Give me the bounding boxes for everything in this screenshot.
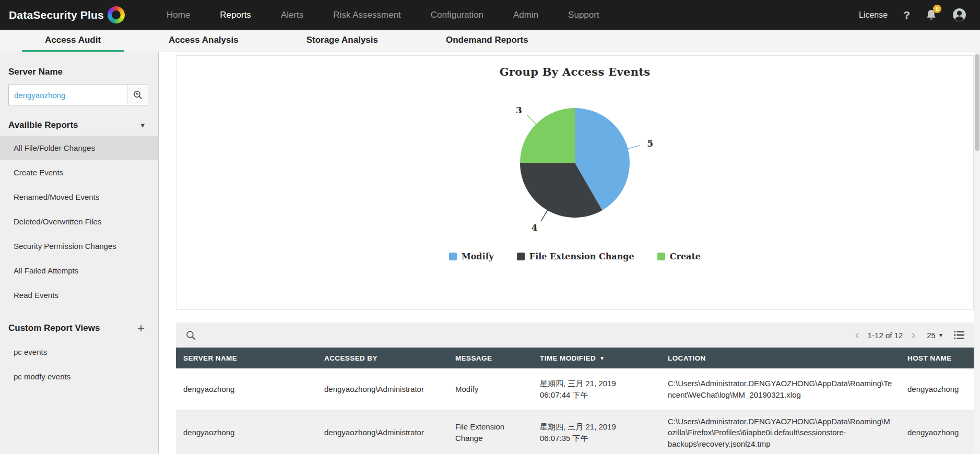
search-icon (185, 330, 196, 341)
topnav-right: License ? 6 (859, 8, 966, 22)
nav-item-admin[interactable]: Admin (513, 10, 538, 20)
legend-item-file-extension-change[interactable]: File Extension Change (517, 252, 634, 261)
sidebar-item-renamed-moved-events[interactable]: Renamed/Moved Events (0, 185, 158, 209)
column-label: SERVER NAME (183, 354, 237, 362)
server-name-input[interactable] (8, 85, 127, 105)
nav-item-alerts[interactable]: Alerts (281, 10, 303, 20)
nav-item-risk-assessment[interactable]: Risk Assessment (333, 10, 400, 20)
sidebar-item-all-file-folder-changes[interactable]: All File/Folder Changes (0, 136, 158, 160)
column-header-time-modified[interactable]: TIME MODIFIED▼ (533, 348, 660, 368)
server-search-button[interactable] (127, 85, 148, 105)
chevron-down-icon: ▾ (939, 331, 942, 339)
pagination-range: 1-12 of 12 (868, 331, 903, 340)
cell-message: Modify (448, 368, 533, 410)
cell-message: File Extension Change (448, 410, 533, 454)
legend-label: Modify (462, 252, 494, 261)
column-header-accessed-by[interactable]: ACCESSED BY (317, 348, 448, 368)
cell-time: 星期四, 三月 21, 2019 06:07:44 下午 (533, 368, 660, 410)
user-icon (952, 8, 966, 22)
notifications-button[interactable]: 6 (926, 9, 937, 21)
table-row: dengyaozhongdengyaozhong\AdministratorFi… (176, 410, 974, 454)
column-header-message[interactable]: MESSAGE (448, 348, 533, 368)
table-row: dengyaozhongdengyaozhong\AdministratorMo… (176, 368, 974, 410)
tab-access-audit[interactable]: Access Audit (22, 30, 124, 52)
column-label: LOCATION (668, 354, 706, 362)
tab-ondemand-reports[interactable]: Ondemand Reports (423, 30, 551, 52)
cell-server: dengyaozhong (176, 410, 317, 454)
nav-item-reports[interactable]: Reports (220, 10, 251, 20)
nav-item-home[interactable]: Home (167, 10, 190, 20)
tab-access-analysis[interactable]: Access Analysis (146, 30, 262, 52)
custom-view-list: pc eventspc modfy events (0, 340, 158, 389)
custom-report-views-label: Custom Report Views (8, 323, 100, 333)
column-label: MESSAGE (455, 354, 492, 362)
pie-label-line (627, 146, 640, 149)
sidebar-item-all-failed-attempts[interactable]: All Failed Attempts (0, 258, 158, 283)
page-scrollbar[interactable] (974, 52, 980, 454)
cell-server: dengyaozhong (176, 368, 317, 410)
column-header-server-name[interactable]: SERVER NAME (176, 348, 317, 368)
user-avatar[interactable] (952, 8, 966, 22)
sidebar-item-security-permission-changes[interactable]: Security Permission Changes (0, 234, 158, 258)
column-label: HOST NAME (907, 354, 952, 362)
chart-legend: ModifyFile Extension ChangeCreate (176, 252, 973, 261)
legend-item-modify[interactable]: Modify (449, 252, 494, 261)
column-header-location[interactable]: LOCATION (660, 348, 900, 368)
chart-title: Group By Access Events (176, 65, 973, 78)
column-label: ACCESSED BY (324, 354, 377, 362)
table-search-button[interactable] (185, 330, 196, 341)
column-label: TIME MODIFIED (540, 354, 596, 362)
nav-item-support[interactable]: Support (568, 10, 599, 20)
legend-label: Create (670, 252, 701, 261)
add-custom-view-button[interactable]: + (137, 322, 145, 334)
legend-swatch (657, 253, 665, 260)
available-reports-header[interactable]: Availble Reports ▾ (8, 120, 145, 130)
cell-time: 星期四, 三月 21, 2019 06:07:35 下午 (533, 410, 660, 454)
next-page-button[interactable]: › (911, 329, 915, 341)
sort-desc-icon: ▼ (599, 355, 605, 361)
pie-label-line (541, 209, 548, 221)
page-size-dropdown[interactable]: 25 ▾ (924, 329, 946, 341)
topnav-items: HomeReportsAlertsRisk AssessmentConfigur… (167, 10, 599, 20)
sidebar-item-create-events[interactable]: Create Events (0, 160, 158, 185)
brand-logo-icon (108, 6, 125, 23)
help-icon[interactable]: ? (903, 9, 910, 21)
tab-list: Access AuditAccess AnalysisStorage Analy… (22, 30, 551, 52)
report-table: SERVER NAMEACCESSED BYMESSAGETIME MODIFI… (176, 348, 974, 454)
cell-location: C:\Users\Administrator.DENGYAOZHONG\AppD… (660, 368, 900, 410)
table-header-row: SERVER NAMEACCESSED BYMESSAGETIME MODIFI… (176, 348, 974, 368)
report-list: All File/Folder ChangesCreate EventsRena… (0, 136, 158, 307)
sidebar-item-pc-modfy-events[interactable]: pc modfy events (0, 364, 158, 389)
chevron-down-icon: ▾ (140, 121, 145, 130)
server-search-row (8, 85, 158, 105)
legend-swatch (449, 253, 457, 260)
search-computer-icon (133, 90, 143, 100)
main-area: Group By Access Events 543 ModifyFile Ex… (159, 52, 980, 454)
column-header-host-name[interactable]: HOST NAME (900, 348, 974, 368)
pie-value-label: 3 (516, 105, 522, 115)
sidebar-item-pc-events[interactable]: pc events (0, 340, 158, 364)
sidebar-item-read-events[interactable]: Read Events (0, 283, 158, 307)
brand[interactable]: DataSecurity Plus (9, 6, 125, 23)
server-name-label: Server Name (8, 67, 150, 77)
cell-location: C:\Users\Administrator.DENGYAOZHONG\AppD… (660, 410, 900, 454)
notification-badge: 6 (933, 5, 941, 13)
chart-panel: Group By Access Events 543 ModifyFile Ex… (176, 55, 974, 310)
license-link[interactable]: License (859, 10, 888, 20)
nav-item-configuration[interactable]: Configuration (431, 10, 483, 20)
column-chooser-button[interactable] (954, 330, 964, 340)
report-table-section: ‹ 1-12 of 12 › 25 ▾ (176, 322, 974, 454)
legend-label: File Extension Change (529, 252, 634, 261)
column-chooser-icon (954, 330, 964, 340)
page-size-value: 25 (927, 331, 936, 340)
tab-storage-analysis[interactable]: Storage Analysis (284, 30, 401, 52)
top-navigation: DataSecurity Plus HomeReportsAlertsRisk … (0, 0, 980, 30)
scrollbar-thumb[interactable] (975, 54, 979, 151)
legend-item-create[interactable]: Create (657, 252, 701, 261)
table-toolbar: ‹ 1-12 of 12 › 25 ▾ (176, 322, 974, 348)
brand-name: DataSecurity Plus (9, 9, 104, 21)
sidebar-item-deleted-overwritten-files[interactable]: Deleted/Overwritten Files (0, 209, 158, 234)
prev-page-button[interactable]: ‹ (855, 329, 859, 341)
cell-host: dengyaozhong (900, 410, 974, 454)
content: Server Name Availble Reports ▾ All File/… (0, 52, 980, 454)
